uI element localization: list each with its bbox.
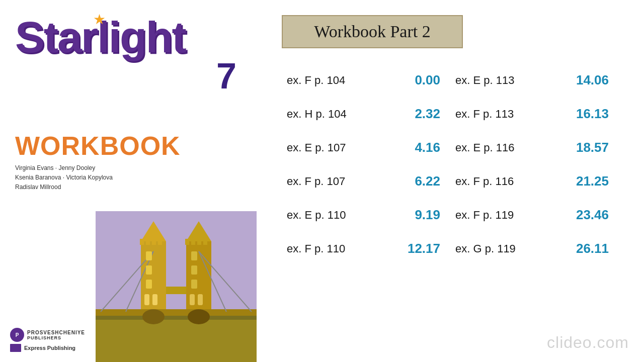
publisher1-name: PROSVESHCHENIYE [27,330,85,335]
book-cover: Starlight ★ 7 WORKBOOK Virginia Evans · … [0,0,257,362]
svg-rect-29 [144,294,149,305]
watermark: clideo.com [547,333,629,352]
prosveshcheniye-logo: P PROSVESHCHENIYE PUBLISHERS [10,328,85,342]
svg-rect-6 [146,239,150,245]
title-box: Workbook Part 2 [282,15,463,48]
table-row: ex. E p. 116 18.57 [450,131,619,164]
svg-rect-18 [166,287,186,294]
entry-label: ex. F p. 119 [455,209,514,222]
table-row: ex. F p. 113 16.13 [450,97,619,131]
table-row: ex. F p. 119 23.46 [450,198,619,232]
svg-rect-21 [146,251,152,260]
svg-rect-13 [96,309,257,317]
svg-rect-12 [203,239,207,245]
column-2: ex. E p. 113 14.06 ex. F p. 113 16.13 ex… [450,63,619,265]
tower-bridge-image [96,211,257,362]
table-row: ex. E p. 113 14.06 [450,63,619,97]
entry-label: ex. E p. 116 [455,141,514,154]
entry-time: 14.06 [569,72,609,88]
table-row: ex. E p. 107 4.16 [282,131,450,164]
entry-time: 18.57 [569,140,609,155]
table-row: ex. F p. 110 12.17 [282,232,450,265]
book-icon [10,344,21,352]
column-1: ex. F p. 104 0.00 ex. H p. 104 2.32 ex. … [282,63,450,265]
entry-time: 12.17 [400,241,440,256]
workbook-label: WORKBOOK [15,131,181,161]
svg-rect-32 [198,294,203,305]
svg-rect-22 [146,265,152,275]
entry-label: ex. E p. 107 [287,141,346,154]
publisher2-name: Express Publishing [24,345,75,351]
entry-time: 0.00 [400,72,440,88]
svg-point-28 [188,309,210,324]
svg-rect-10 [191,239,195,245]
table-row: ex. F p. 116 21.25 [450,164,619,198]
svg-rect-9 [185,239,189,245]
svg-rect-8 [158,239,162,245]
author-line-2: Ksenia Baranova · Victoria Kopylova [15,173,113,183]
svg-rect-26 [191,280,197,289]
svg-rect-25 [191,265,197,275]
entry-label: ex. E p. 113 [455,74,514,87]
page-title: Workbook Part 2 [314,22,430,41]
entry-time: 21.25 [569,173,609,189]
book-cover-panel: Starlight ★ 7 WORKBOOK Virginia Evans · … [0,0,257,362]
table-row: ex. H p. 104 2.32 [282,97,450,131]
express-publishing-logo: Express Publishing [10,344,85,352]
entry-time: 4.16 [400,140,440,155]
entry-time: 6.22 [400,173,440,189]
table-row: ex. F p. 107 6.22 [282,164,450,198]
entry-time: 26.11 [569,241,609,256]
publisher1-sub: PUBLISHERS [27,335,85,340]
svg-rect-30 [152,294,157,305]
content-table: ex. F p. 104 0.00 ex. H p. 104 2.32 ex. … [282,63,619,347]
right-panel: Workbook Part 2 ex. F p. 104 0.00 ex. H … [257,0,644,362]
entry-label: ex. F p. 113 [455,108,514,121]
svg-rect-31 [190,294,195,305]
entry-label: ex. G p. 119 [455,242,516,255]
grade-number: 7 [216,55,236,97]
svg-rect-11 [197,239,201,245]
svg-rect-20 [96,316,257,320]
entry-label: ex. H p. 104 [287,108,347,121]
entry-time: 9.19 [400,207,440,223]
table-row: ex. G p. 119 26.11 [450,232,619,265]
author-line-3: Radislav Millrood [15,183,113,192]
star-icon: ★ [93,11,106,28]
table-row: ex. F p. 104 0.00 [282,63,450,97]
entry-label: ex. F p. 110 [287,242,345,255]
publishers-section: P PROSVESHCHENIYE PUBLISHERS Express Pub… [10,328,85,352]
entry-time: 2.32 [400,106,440,122]
svg-rect-24 [191,251,197,260]
authors: Virginia Evans · Jenny Dooley Ksenia Bar… [15,163,113,193]
entry-label: ex. F p. 104 [287,74,345,87]
svg-rect-23 [146,280,152,289]
author-line-1: Virginia Evans · Jenny Dooley [15,163,113,173]
svg-point-27 [142,309,165,324]
svg-rect-7 [152,239,156,245]
publisher-icon: P [10,328,24,342]
entry-time: 16.13 [569,106,609,122]
entry-label: ex. E p. 110 [287,209,346,222]
svg-rect-5 [140,239,144,245]
logo-area: Starlight ★ [15,15,201,59]
entry-label: ex. F p. 107 [287,175,345,188]
svg-rect-19 [96,317,257,362]
entry-label: ex. F p. 116 [455,175,514,188]
entry-time: 23.46 [569,207,609,223]
table-row: ex. E p. 110 9.19 [282,198,450,232]
